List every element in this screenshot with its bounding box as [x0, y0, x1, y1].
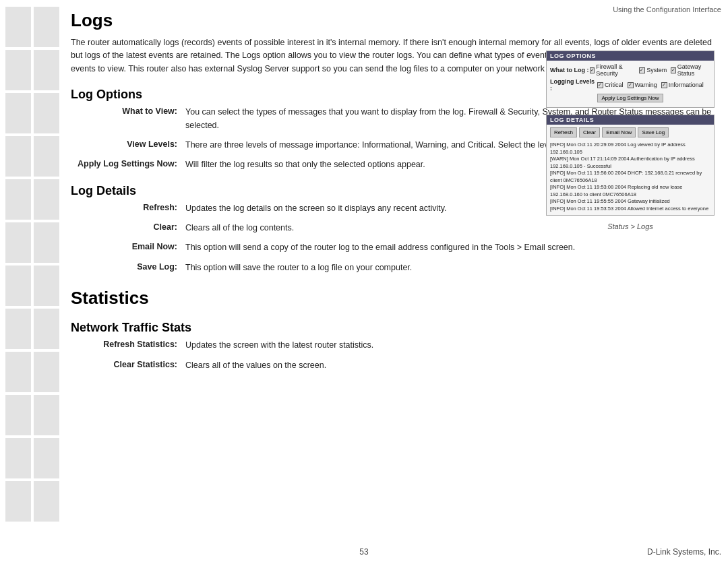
clear-label: Clear: — [71, 222, 185, 235]
log-lines-container: [INFO] Mon Oct 11 20:29:09 2004 Log view… — [547, 140, 714, 215]
footer-company: D-Link Systems, Inc. — [647, 547, 721, 557]
screenshot-caption: Status > Logs — [546, 222, 715, 230]
system-label: System — [646, 67, 667, 73]
log-line-4: [INFO] Mon Oct 11 19:53:08 2004 Replacin… — [550, 184, 710, 198]
clear-stats-label: Clear Statistics: — [71, 359, 185, 372]
refresh-label: Refresh: — [71, 202, 185, 215]
log-line-3: [INFO] Mon Oct 11 19:56:00 2004 DHCP: 19… — [550, 170, 710, 184]
mini-save-btn[interactable]: Save Log — [638, 127, 669, 137]
log-options-screen-body: What to Log : Firewall & Security System — [547, 61, 714, 107]
logging-levels-mini-label: Logging Levels : — [550, 78, 597, 92]
decorative-squares — [0, 0, 67, 562]
content-layout: The router automatically logs (records) … — [71, 36, 715, 379]
log-details-item-4: Save Log: This option will save the rout… — [71, 261, 715, 274]
log-line-1: [INFO] Mon Oct 11 20:29:09 2004 Log view… — [550, 142, 710, 156]
statistics-title: Statistics — [71, 288, 715, 309]
gateway-checkbox-item: Gateway Status — [671, 63, 710, 77]
system-checkbox — [639, 67, 645, 73]
what-to-log-checkboxes: Firewall & Security System Gateway Statu… — [590, 63, 710, 77]
log-details-screenshot: LOG DETAILS Refresh Clear Email Now Save… — [546, 115, 715, 216]
statistics-section: Statistics Network Traffic Stats Refresh… — [71, 288, 715, 372]
critical-checkbox — [597, 82, 603, 88]
save-log-desc: This option will save the router to a lo… — [185, 261, 715, 274]
save-log-label: Save Log: — [71, 261, 185, 274]
warning-checkbox — [628, 82, 634, 88]
view-levels-label: View Levels: — [71, 139, 185, 152]
email-now-desc: This option will send a copy of the rout… — [185, 241, 715, 254]
email-now-label: Email Now: — [71, 241, 185, 254]
what-to-log-row: What to Log : Firewall & Security System — [550, 63, 710, 77]
critical-checkbox-item: Critical — [597, 82, 624, 88]
informational-checkbox — [661, 82, 667, 88]
network-traffic-title: Network Traffic Stats — [71, 321, 715, 335]
log-details-screen-header: LOG DETAILS — [547, 115, 714, 125]
log-details-item-3: Email Now: This option will send a copy … — [71, 241, 715, 254]
log-details-btn-row: Refresh Clear Email Now Save Log — [547, 125, 714, 140]
page-number: 53 — [359, 547, 368, 557]
statistics-item-2: Clear Statistics: Clears all of the valu… — [71, 359, 715, 372]
log-options-screen-header: LOG OPTIONS — [547, 51, 714, 61]
logging-levels-row: Logging Levels : Critical Warning — [550, 78, 710, 92]
firewall-checkbox-item: Firewall & Security — [590, 63, 635, 77]
mini-clear-btn[interactable]: Clear — [579, 127, 600, 137]
main-content: Logs The router automatically logs (reco… — [71, 10, 715, 549]
critical-label: Critical — [605, 82, 624, 88]
log-line-5: [INFO] Mon Oct 11 19:55:55 2004 Gateway … — [550, 198, 710, 206]
firewall-label: Firewall & Security — [596, 63, 635, 77]
informational-checkbox-item: Informational — [661, 82, 704, 88]
gateway-checkbox — [671, 67, 675, 73]
mini-refresh-btn[interactable]: Refresh — [550, 127, 577, 137]
firewall-checkbox — [590, 67, 595, 73]
apply-log-settings-btn[interactable]: Apply Log Settings Now — [597, 94, 664, 102]
warning-checkbox-item: Warning — [628, 82, 657, 88]
refresh-stats-desc: Updates the screen with the latest route… — [185, 339, 715, 352]
what-to-log-mini-label: What to Log : — [550, 67, 590, 73]
warning-label: Warning — [635, 82, 657, 88]
log-options-screenshot: LOG OPTIONS What to Log : Firewall & Sec… — [546, 51, 715, 108]
informational-label: Informational — [669, 82, 704, 88]
system-checkbox-item: System — [639, 67, 667, 73]
clear-stats-desc: Clears all of the values on the screen. — [185, 359, 715, 372]
refresh-stats-label: Refresh Statistics: — [71, 339, 185, 352]
footer: 53 — [0, 547, 728, 557]
gateway-label: Gateway Status — [677, 63, 710, 77]
what-to-view-label: What to View: — [71, 106, 185, 132]
logs-title: Logs — [71, 10, 715, 31]
apply-log-label: Apply Log Settings Now: — [71, 158, 185, 171]
screenshot-panel: LOG OPTIONS What to Log : Firewall & Sec… — [546, 51, 715, 230]
mini-email-btn[interactable]: Email Now — [602, 127, 636, 137]
log-line-6: [INFO] Mon Oct 11 19:53:53 2004 Allowed … — [550, 206, 710, 213]
statistics-item-1: Refresh Statistics: Updates the screen w… — [71, 339, 715, 352]
log-line-2: [WARN] Mon Oct 17 21:14:09 2004 Authenti… — [550, 156, 710, 170]
logging-levels-checkboxes: Critical Warning Informational — [597, 82, 704, 88]
